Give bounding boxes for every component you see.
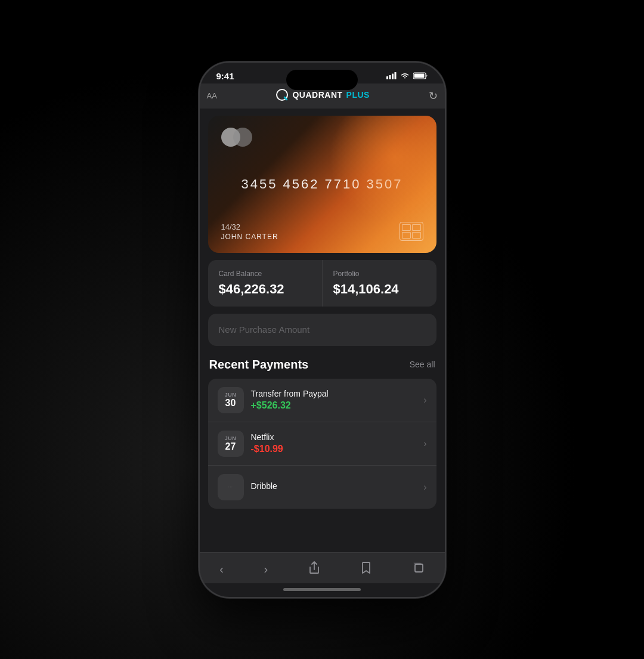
chip-cell-4 xyxy=(412,232,421,239)
payment-info: Dribble xyxy=(251,481,417,493)
payment-item[interactable]: JUN 30 Transfer from Paypal +$526.32 › xyxy=(208,379,436,422)
payment-name: Dribble xyxy=(251,481,417,491)
chip-cell-1 xyxy=(402,224,411,231)
battery-icon xyxy=(413,72,428,79)
card-balance-label: Card Balance xyxy=(219,270,311,278)
svg-rect-0 xyxy=(386,76,388,79)
date-month: JUN xyxy=(225,435,237,441)
card-bottom: 14/32 JOHN CARTER xyxy=(221,222,423,241)
card-balance-value: $46,226.32 xyxy=(219,281,311,297)
svg-rect-1 xyxy=(389,75,391,79)
status-bar: 9:41 xyxy=(200,63,445,83)
brand-plus-label: PLUS xyxy=(346,90,370,100)
browser-aa-label[interactable]: AA xyxy=(207,91,217,100)
share-icon[interactable] xyxy=(301,559,327,580)
card-number: 3455 4562 7710 3507 xyxy=(221,177,423,192)
date-day: 30 xyxy=(225,398,236,409)
bookmarks-icon[interactable] xyxy=(353,559,379,580)
home-indicator xyxy=(200,583,445,597)
payment-info: Transfer from Paypal +$526.32 xyxy=(251,389,417,411)
payment-info: Netflix -$10.99 xyxy=(251,432,417,454)
brand-logo: QUADRANTPLUS xyxy=(275,88,369,101)
back-arrow-icon[interactable]: ‹ xyxy=(212,560,231,578)
signal-icon xyxy=(386,72,397,79)
browser-bottom-nav: ‹ › xyxy=(200,552,445,583)
payment-date-badge: JUN 30 xyxy=(218,387,244,413)
forward-arrow-icon[interactable]: › xyxy=(256,560,275,578)
dynamic-island xyxy=(286,70,358,90)
brand-quadrant-label: QUADRANT xyxy=(292,90,342,100)
payments-list: JUN 30 Transfer from Paypal +$526.32 › J… xyxy=(208,379,436,509)
home-bar xyxy=(283,588,361,591)
payment-date-badge: ··· xyxy=(218,474,244,500)
tabs-icon[interactable] xyxy=(405,559,432,580)
phone-content: 3455 4562 7710 3507 14/32 JOHN CARTER Ca… xyxy=(200,109,445,552)
chevron-right-icon: › xyxy=(423,482,426,493)
date-month: ··· xyxy=(228,484,233,490)
portfolio-section: Portfolio $14,106.24 xyxy=(323,260,436,307)
payment-amount: +$526.32 xyxy=(251,400,417,411)
chevron-right-icon: › xyxy=(423,395,426,406)
svg-rect-3 xyxy=(394,72,396,79)
wifi-icon xyxy=(400,72,410,79)
recent-payments-title: Recent Payments xyxy=(209,358,309,372)
phone-frame: 9:41 AA xyxy=(199,61,446,598)
purchase-input-wrapper[interactable]: New Purchase Amount xyxy=(208,314,436,346)
chip-cell-3 xyxy=(402,232,411,239)
chip-cell-2 xyxy=(412,224,421,231)
brand-logo-q-icon xyxy=(275,88,289,101)
date-month: JUN xyxy=(225,392,237,398)
payment-item[interactable]: ··· Dribble › xyxy=(208,466,436,509)
mastercard-logo xyxy=(221,128,252,147)
svg-rect-8 xyxy=(415,564,423,572)
svg-rect-2 xyxy=(392,74,394,80)
purchase-input-placeholder: New Purchase Amount xyxy=(219,324,310,335)
card-expiry: 14/32 xyxy=(221,222,278,231)
portfolio-label: Portfolio xyxy=(333,270,426,278)
recent-payments-header: Recent Payments See all xyxy=(208,358,436,372)
payment-item[interactable]: JUN 27 Netflix -$10.99 › xyxy=(208,422,436,466)
date-day: 27 xyxy=(225,441,236,452)
chevron-right-icon: › xyxy=(423,438,426,449)
credit-card: 3455 4562 7710 3507 14/32 JOHN CARTER xyxy=(208,116,436,253)
refresh-icon[interactable]: ↻ xyxy=(429,89,438,103)
payment-name: Netflix xyxy=(251,432,417,442)
svg-rect-5 xyxy=(414,74,424,78)
chip-icon xyxy=(400,222,423,241)
browser-url: QUADRANTPLUS xyxy=(222,88,424,104)
card-info: 14/32 JOHN CARTER xyxy=(221,222,278,241)
mastercard-right-circle xyxy=(233,128,252,147)
status-icons xyxy=(386,72,428,79)
payment-date-badge: JUN 27 xyxy=(218,431,244,457)
status-time: 9:41 xyxy=(216,71,234,81)
payment-amount: -$10.99 xyxy=(251,444,417,454)
balance-panel: Card Balance $46,226.32 Portfolio $14,10… xyxy=(208,260,436,307)
card-balance-section: Card Balance $46,226.32 xyxy=(208,260,323,307)
portfolio-value: $14,106.24 xyxy=(333,281,426,297)
card-holder-name: JOHN CARTER xyxy=(221,233,278,241)
payment-name: Transfer from Paypal xyxy=(251,389,417,398)
see-all-button[interactable]: See all xyxy=(410,360,435,369)
